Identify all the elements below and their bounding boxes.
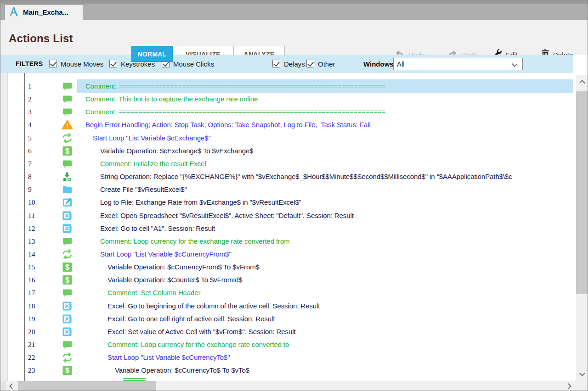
chevron-up-icon [579, 80, 585, 86]
line-number: 22 [28, 351, 35, 364]
scroll-down-button[interactable] [576, 367, 588, 379]
line-number: 4 [28, 118, 32, 131]
action-row[interactable]: 2 Comment: This bot is to capture the ex… [0, 92, 575, 106]
scroll-up-button[interactable] [576, 77, 588, 89]
line-number: 16 [28, 273, 35, 286]
line-number-gutter-divider [24, 73, 25, 381]
line-number: 12 [28, 222, 35, 235]
windows-dropdown[interactable]: All [393, 58, 523, 70]
mouse-moves-checkbox[interactable] [49, 60, 57, 67]
line-number: 7 [28, 157, 32, 170]
line-number: 23 [28, 363, 35, 377]
action-row[interactable]: 1 Comment: =============================… [0, 79, 575, 93]
line-number: 10 [28, 196, 35, 209]
action-text: Start Loop "List Variable $cExchange$" [93, 131, 211, 145]
action-row[interactable]: 20 Excel: Set value of Active Cell with … [0, 325, 575, 338]
automation-anywhere-logo-icon [9, 6, 19, 19]
delays-checkbox[interactable] [272, 60, 280, 67]
action-row[interactable]: 4 Begin Error Handling; Action: Stop Tas… [0, 118, 575, 131]
action-text: Excel: Go to one cell right of active ce… [107, 312, 275, 325]
line-number: 6 [28, 144, 32, 157]
action-text: Comment: ===============================… [85, 105, 385, 118]
line-number: 8 [28, 170, 32, 183]
vertical-scrollbar-thumb[interactable] [576, 91, 588, 294]
scrollbar-corner [576, 381, 588, 391]
loop-icon [62, 249, 74, 260]
action-row[interactable]: 10 Log to File: Exchange Rate from $vExc… [0, 196, 575, 209]
mode-normal-button[interactable]: NORMAL [131, 46, 173, 62]
action-text: Comment: Loop currency for the exchange … [100, 235, 290, 248]
action-text: String Operation: Replace "{%EXCHANGE%}"… [100, 170, 512, 183]
string-operation-icon [62, 171, 74, 182]
comment-icon [62, 236, 74, 247]
line-number: 13 [28, 235, 35, 248]
comment-icon [62, 94, 74, 105]
excel-icon [62, 313, 74, 324]
action-row[interactable]: 22 Start Loop "List Variable $cCurrencyT… [0, 351, 575, 364]
excel-icon [62, 223, 74, 234]
action-row[interactable]: 19 Excel: Go to one cell right of active… [0, 312, 575, 325]
filter-bar: FILTERS Mouse MovesKeystrokesMouse Click… [0, 55, 573, 73]
comment-icon [62, 339, 74, 350]
line-number: 18 [28, 299, 35, 313]
action-row[interactable]: 17 Comment: Set Column Header [0, 286, 575, 299]
action-row[interactable]: 3 Comment: =============================… [0, 105, 575, 118]
vertical-scrollbar[interactable] [576, 75, 588, 381]
header: Actions List NORMALVISUALIZEANALYZE Undo… [0, 20, 588, 55]
action-text: Comment: Set Column Header [107, 286, 201, 299]
task-tab[interactable]: Main_Excha... [4, 4, 83, 20]
windows-dropdown-value: All [397, 60, 405, 68]
horizontal-scrollbar-thumb[interactable] [18, 381, 156, 391]
action-row[interactable]: 6 $Variable Operation: $cExchange$ To $v… [0, 144, 575, 157]
action-text: Comment: This bot is to capture the exch… [85, 92, 258, 106]
action-text: Begin Error Handling; Action: Stop Task;… [85, 118, 371, 131]
action-row[interactable]: 15 $Variable Operation: $cCurrencyFrom$ … [0, 260, 575, 274]
action-row[interactable]: 5 Start Loop "List Variable $cExchange$" [0, 131, 575, 145]
action-text: Comment: ===============================… [85, 79, 385, 93]
line-number: 5 [28, 131, 32, 145]
line-number: 17 [28, 286, 35, 299]
action-row[interactable]: 12 Excel: Go to cell "A1". Session: Resu… [0, 222, 575, 235]
loop-icon [62, 133, 74, 144]
action-text: Create File "$vResultExcel$" [100, 183, 187, 196]
other-checkbox[interactable] [306, 60, 314, 67]
line-number: 9 [28, 183, 32, 196]
action-row[interactable]: 14 Start Loop "List Variable $cCurrencyF… [0, 247, 575, 261]
log-to-file-icon [62, 197, 74, 208]
clipped-row-fragment [123, 378, 146, 380]
scroll-right-button[interactable] [562, 381, 574, 391]
action-row[interactable]: 13 Comment: Loop currency for the exchan… [0, 235, 575, 248]
keystrokes-checkbox[interactable] [109, 60, 117, 67]
chevron-down-icon [512, 61, 518, 67]
svg-text:$: $ [65, 263, 69, 271]
other-label: Other [318, 60, 335, 68]
line-number: 21 [28, 338, 35, 351]
scroll-left-button[interactable] [6, 381, 18, 391]
action-row[interactable]: 11 Excel: Open Spreadsheet "$vResultExce… [0, 209, 575, 222]
action-text: Excel: Go to cell "A1". Session: Result [100, 222, 215, 235]
action-row[interactable]: 7 Comment: Initialize the result Excel [0, 157, 575, 170]
action-text: Start Loop "List Variable $cCurrencyTo$" [107, 351, 230, 364]
action-row[interactable]: 9 Create File "$vResultExcel$" [0, 183, 575, 196]
loop-icon [62, 352, 74, 363]
mouse-clicks-label: Mouse Clicks [173, 60, 214, 68]
page-title: Actions List [9, 32, 73, 45]
task-editor-window: Main_Excha... Actions List NORMALVISUALI… [0, 0, 588, 391]
action-row[interactable]: 18 Excel: Go to beginning of the column … [0, 299, 575, 313]
action-text: Comment: Loop currency for the exchange … [107, 338, 289, 351]
bottom-left-spacer [0, 381, 6, 391]
svg-text:$: $ [65, 276, 69, 284]
filters-label: FILTERS [16, 60, 43, 67]
comment-icon [62, 106, 74, 117]
comment-icon [62, 81, 74, 92]
line-number: 20 [28, 325, 35, 338]
action-text: Excel: Open Spreadsheet "$vResultExcel$"… [100, 209, 354, 222]
action-row[interactable]: 23 $Variable Operation: $cCurrencyTo$ To… [0, 363, 575, 377]
action-row[interactable]: 16 $Variable Operation: $Counter$ To $vF… [0, 273, 575, 286]
horizontal-scrollbar[interactable] [6, 381, 576, 391]
error-warning-icon [62, 119, 74, 130]
action-row[interactable]: 8 String Operation: Replace "{%EXCHANGE%… [0, 170, 575, 183]
action-row-partial[interactable] [0, 376, 575, 381]
action-row[interactable]: 21 Comment: Loop currency for the exchan… [0, 338, 575, 351]
windows-label: Windows [363, 60, 394, 68]
